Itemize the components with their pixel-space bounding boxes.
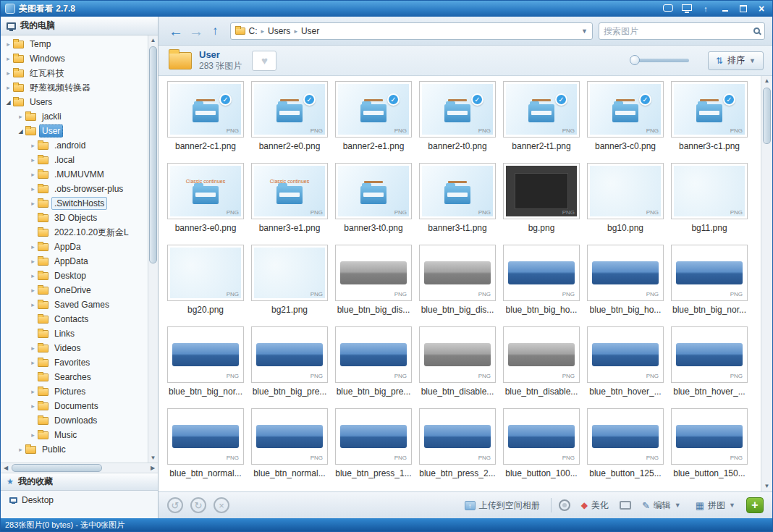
share-icon[interactable]: ↑: [699, 4, 712, 14]
grid-item[interactable]: PNGblue_btn_big_pre...: [331, 326, 415, 408]
expander-icon[interactable]: ▸: [29, 258, 37, 265]
expander-icon[interactable]: ▸: [17, 113, 25, 120]
collage-button[interactable]: ▦ 拼图 ▼: [692, 497, 739, 514]
lens-icon[interactable]: [559, 499, 570, 511]
tree-item[interactable]: 2022.10.20更新金L: [1, 225, 148, 240]
tree-item[interactable]: 3D Objects: [1, 211, 148, 225]
tree-item[interactable]: ▸.local: [1, 153, 148, 167]
tree-item[interactable]: ▸jackli: [1, 109, 148, 124]
tree-item[interactable]: ▸Documents: [1, 399, 148, 413]
tree-item[interactable]: ▸Pictures: [1, 384, 148, 399]
my-computer-header[interactable]: 我的电脑: [1, 17, 158, 35]
grid-item[interactable]: PNGbg21.png: [248, 245, 331, 326]
favorite-item[interactable]: Desktop: [7, 494, 152, 507]
forward-button[interactable]: →: [189, 24, 203, 38]
expander-icon[interactable]: ▸: [4, 41, 12, 48]
rotate-left-button[interactable]: ↺: [167, 497, 183, 513]
grid-item[interactable]: PNGblue_btn_hover_...: [667, 326, 751, 408]
search-box[interactable]: [599, 22, 765, 40]
tree-item[interactable]: ▸Favorites: [1, 355, 148, 370]
tree-item[interactable]: ▸.android: [1, 138, 148, 153]
tree-item[interactable]: ◢User: [1, 124, 148, 138]
scroll-up-icon[interactable]: ▲: [148, 35, 158, 45]
grid-item[interactable]: PNGbg11.png: [667, 163, 751, 245]
beautify-button[interactable]: ◆ 美化: [578, 497, 612, 514]
tree-item[interactable]: ▸Videos: [1, 341, 148, 355]
grid-scrollbar-thumb[interactable]: [763, 88, 771, 144]
grid-item[interactable]: PNGbanner3-t0.png: [331, 163, 415, 245]
grid-item[interactable]: PNGblue_btn_press_2...: [415, 408, 499, 490]
grid-item[interactable]: ✓PNGbanner3-c0.png: [583, 81, 667, 163]
expander-icon[interactable]: ▸: [29, 388, 37, 395]
grid-item[interactable]: PNGblue_button_100...: [499, 408, 583, 490]
grid-item[interactable]: ✓PNGbanner2-e0.png: [248, 81, 331, 163]
breadcrumb-segment[interactable]: User: [301, 26, 319, 36]
favorite-button[interactable]: ♥: [252, 51, 276, 71]
search-input[interactable]: [604, 26, 753, 36]
minimize-button[interactable]: [717, 3, 733, 14]
grid-item[interactable]: ✓PNGbanner2-e1.png: [331, 81, 415, 163]
grid-item[interactable]: ✓PNGbanner2-c1.png: [164, 81, 248, 163]
breadcrumb-segment[interactable]: Users: [268, 26, 290, 36]
grid-item[interactable]: PNGblue_btn_normal...: [164, 408, 248, 490]
tree-horizontal-scrollbar[interactable]: ◀ ▶: [1, 463, 158, 473]
collage-dropdown-icon[interactable]: ▼: [729, 502, 735, 509]
expander-icon[interactable]: ▸: [29, 171, 37, 178]
tree-item[interactable]: ▸Music: [1, 428, 148, 442]
grid-item[interactable]: PNGblue_btn_big_dis...: [331, 245, 415, 326]
tree-item[interactable]: ▸Desktop: [1, 269, 148, 283]
thumbnail-size-slider[interactable]: [631, 59, 689, 62]
tree-item[interactable]: ▸Windows: [1, 51, 148, 66]
grid-item[interactable]: Classic continuesPNGbanner3-e1.png: [248, 163, 331, 245]
tree-item[interactable]: ▸.obs-browser-plus: [1, 182, 148, 196]
grid-item[interactable]: PNGbg20.png: [164, 245, 248, 326]
grid-item[interactable]: PNGbg10.png: [583, 163, 667, 245]
grid-item[interactable]: PNGblue_btn_disable...: [415, 326, 499, 408]
tree-scrollbar[interactable]: ▲ ▼: [148, 35, 158, 463]
grid-item[interactable]: PNGblue_button_150...: [667, 408, 751, 490]
maximize-button[interactable]: [735, 3, 751, 14]
tree-item[interactable]: ▸OneDrive: [1, 283, 148, 297]
tree-item[interactable]: Searches: [1, 370, 148, 384]
tree-item[interactable]: ▸AppDa: [1, 240, 148, 254]
tree-item[interactable]: Contacts: [1, 312, 148, 326]
tree-item[interactable]: Links: [1, 326, 148, 341]
grid-item[interactable]: PNGblue_btn_big_nor...: [164, 326, 248, 408]
expander-icon[interactable]: ▸: [29, 272, 37, 279]
expander-icon[interactable]: ▸: [29, 345, 37, 352]
tree-item[interactable]: ▸Temp: [1, 37, 148, 51]
breadcrumb-dropdown-icon[interactable]: ▼: [581, 28, 588, 35]
scroll-down-icon[interactable]: ▼: [148, 453, 158, 463]
grid-item[interactable]: Classic continuesPNGbanner3-e0.png: [164, 163, 248, 245]
close-button[interactable]: ×: [753, 3, 769, 14]
tree-item[interactable]: ▸Saved Games: [1, 297, 148, 312]
up-button[interactable]: ↑: [212, 24, 219, 38]
tree-item[interactable]: ▸红瓦科技: [1, 66, 148, 80]
edit-button[interactable]: ✎ 编辑 ▼: [638, 497, 685, 514]
tree-item[interactable]: ▸Public: [1, 442, 148, 457]
sort-dropdown-icon[interactable]: ▼: [749, 57, 756, 64]
rotate-right-button[interactable]: ↻: [190, 497, 206, 513]
tree-item[interactable]: ▸.MUMUVMM: [1, 167, 148, 182]
grid-item[interactable]: PNGblue_btn_hover_...: [583, 326, 667, 408]
tree-item[interactable]: ▸野葱视频转换器: [1, 80, 148, 95]
expander-icon[interactable]: ▸: [29, 287, 37, 294]
tree-item[interactable]: ▸.SwitchHosts: [1, 196, 148, 211]
breadcrumb[interactable]: C:▸Users▸User ▼: [230, 22, 594, 40]
add-button[interactable]: +: [746, 497, 764, 513]
expander-icon[interactable]: ▸: [29, 301, 37, 308]
expander-icon[interactable]: ▸: [29, 200, 37, 207]
grid-scroll-down-icon[interactable]: ▼: [761, 481, 772, 491]
grid-item[interactable]: PNGbanner3-t1.png: [415, 163, 499, 245]
expander-icon[interactable]: ▸: [4, 55, 12, 62]
upload-button[interactable]: ↑ 上传到空间相册: [461, 497, 544, 514]
expander-icon[interactable]: ▸: [17, 446, 25, 453]
search-icon[interactable]: [753, 28, 760, 34]
expander-icon[interactable]: ▸: [29, 402, 37, 410]
delete-button[interactable]: ×: [214, 497, 229, 513]
scroll-right-icon[interactable]: ▶: [148, 463, 158, 473]
scroll-left-icon[interactable]: ◀: [1, 463, 11, 473]
expander-icon[interactable]: ▸: [29, 431, 37, 439]
expander-icon[interactable]: ◢: [4, 99, 12, 106]
tree-scrollbar-thumb[interactable]: [149, 46, 157, 263]
